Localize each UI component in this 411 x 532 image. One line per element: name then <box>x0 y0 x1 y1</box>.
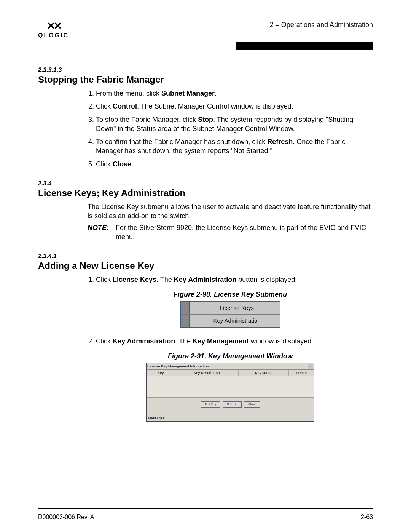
footer-right: 2-63 <box>361 514 373 521</box>
logo-text: QLOGIC <box>38 32 69 38</box>
step-item: To confirm that the Fabric Manager has s… <box>96 137 373 156</box>
section3-steps: Click License Keys. The Key Administrati… <box>88 275 373 284</box>
col-delete: Delete <box>289 370 314 376</box>
messages-label: Messages <box>147 415 314 421</box>
menu-bullet-icon <box>181 315 190 327</box>
step-item: Click Close. <box>96 160 373 169</box>
km-table-header: Key Key Description Key status Delete <box>147 370 314 376</box>
submenu-label: Key Administration <box>194 315 280 327</box>
section-title: Stopping the Fabric Manager <box>38 74 373 85</box>
step-item: To stop the Fabric Manager, click Stop. … <box>96 115 373 134</box>
section2-intro: The License Key submenu allows the user … <box>88 202 373 221</box>
submenu-item-key-administration[interactable]: Key Administration <box>181 315 280 327</box>
km-titlebar: License Key Management Information ? <box>147 363 314 370</box>
page-footer: D000003-006 Rev. A 2-63 <box>38 514 373 521</box>
submenu-item-license-keys[interactable]: License Keys <box>181 302 280 315</box>
footer-divider <box>38 508 373 509</box>
section2-body: The License Key submenu allows the user … <box>88 202 373 241</box>
note-text: For the SilverStorm 9020, the License Ke… <box>116 223 373 242</box>
section-number: 2.3.4.1 <box>38 253 373 260</box>
section3-body: Click License Keys. The Key Administrati… <box>88 275 373 422</box>
step-item: Click Control. The Subnet Manager Contro… <box>96 102 373 111</box>
logo-icon: ✕✕ <box>38 21 69 31</box>
km-window-title: License Key Management Information <box>147 364 308 369</box>
brand-logo: ✕✕ QLOGIC <box>38 21 69 38</box>
chapter-label: 2 – Operations and Administration <box>270 21 373 29</box>
note-label: NOTE: <box>88 223 109 242</box>
section3-steps-cont: Click Key Administration. The Key Manage… <box>88 337 373 346</box>
col-key: Key <box>147 370 175 376</box>
km-button-row: Add Key Refresh Close <box>147 398 314 415</box>
section-title: License Keys; Key Administration <box>38 188 373 198</box>
col-desc: Key Description <box>175 370 239 376</box>
refresh-button[interactable]: Refresh <box>223 401 242 408</box>
footer-left: D000003-006 Rev. A <box>38 514 94 521</box>
header-divider-bar <box>236 42 373 50</box>
page-header: ✕✕ QLOGIC 2 – Operations and Administrat… <box>38 21 373 38</box>
menu-bullet-icon <box>181 302 190 314</box>
figure-caption: Figure 2-91. Key Management Window <box>88 351 373 361</box>
license-key-submenu: License Keys Key Administration <box>180 301 280 328</box>
add-key-button[interactable]: Add Key <box>201 401 220 408</box>
section-number: 2.3.3.1.3 <box>38 67 373 73</box>
col-status: Key status <box>239 370 289 376</box>
section1-body: From the menu, click Subnet Manager. Cli… <box>88 89 373 169</box>
km-table-body <box>147 376 314 398</box>
close-button[interactable]: Close <box>244 401 260 408</box>
key-management-window: License Key Management Information ? Key… <box>146 363 314 422</box>
figure-caption: Figure 2-90. License Key Submenu <box>88 290 373 299</box>
submenu-label: License Keys <box>194 302 280 314</box>
note-block: NOTE: For the SilverStorm 9020, the Lice… <box>88 223 373 242</box>
step-item: Click Key Administration. The Key Manage… <box>96 337 373 346</box>
section-title: Adding a New License Key <box>38 260 373 271</box>
step-item: Click License Keys. The Key Administrati… <box>96 275 373 284</box>
step-item: From the menu, click Subnet Manager. <box>96 89 373 98</box>
collapse-button[interactable]: ? <box>308 364 313 369</box>
section1-steps: From the menu, click Subnet Manager. Cli… <box>88 89 373 169</box>
document-page: ✕✕ QLOGIC 2 – Operations and Administrat… <box>0 0 411 532</box>
section-number: 2.3.4 <box>38 180 373 187</box>
